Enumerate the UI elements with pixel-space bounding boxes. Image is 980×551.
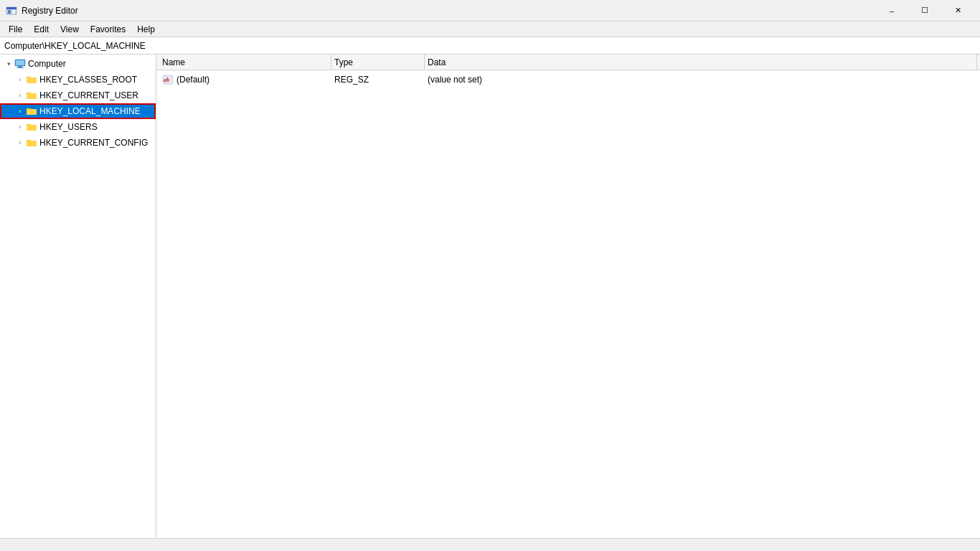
cell-name: ab (Default) — [159, 74, 331, 85]
default-data: (value not set) — [428, 75, 482, 85]
window-title: Registry Editor — [22, 6, 78, 16]
col-type-label: Type — [334, 57, 353, 67]
close-button[interactable]: ✕ — [941, 0, 974, 22]
svg-rect-10 — [27, 93, 37, 99]
svg-rect-2 — [8, 10, 11, 14]
tree-label-hklm: HKEY_LOCAL_MACHINE — [39, 106, 141, 116]
minimize-button[interactable]: – — [875, 0, 908, 22]
tree-label-hku: HKEY_USERS — [39, 122, 98, 132]
data-rows: ab (Default) REG_SZ (value not set) — [156, 70, 980, 538]
right-panel: Name Type Data ab (Default) — [156, 55, 980, 538]
expand-hklm[interactable]: › — [14, 103, 26, 119]
tree-item-hku[interactable]: › HKEY_USERS — [0, 119, 156, 135]
tree-item-computer[interactable]: ▾ Computer — [0, 56, 156, 72]
svg-rect-12 — [27, 125, 37, 131]
status-bar — [0, 538, 980, 551]
folder-icon-hkcu — [26, 90, 37, 101]
maximize-button[interactable]: ☐ — [908, 0, 941, 22]
menu-file[interactable]: File — [3, 22, 28, 37]
address-bar: Computer\HKEY_LOCAL_MACHINE — [0, 37, 980, 55]
svg-rect-4 — [12, 12, 15, 14]
default-value-icon: ab — [162, 74, 174, 85]
expand-hkcu[interactable]: › — [14, 88, 26, 103]
tree-item-hkcr[interactable]: › HKEY_CLASSES_ROOT — [0, 72, 156, 88]
window-controls: – ☐ ✕ — [875, 0, 974, 22]
computer-icon — [14, 58, 26, 70]
svg-rect-8 — [17, 67, 24, 68]
title-bar-left: Registry Editor — [6, 5, 78, 17]
expand-computer[interactable]: ▾ — [3, 56, 14, 72]
svg-rect-6 — [16, 60, 24, 65]
col-header-name[interactable]: Name — [159, 55, 331, 70]
svg-rect-11 — [27, 109, 37, 115]
col-header-type[interactable]: Type — [331, 55, 425, 70]
title-bar: Registry Editor – ☐ ✕ — [0, 0, 980, 22]
cell-type: REG_SZ — [331, 75, 425, 85]
menu-edit[interactable]: Edit — [28, 22, 55, 37]
menu-view[interactable]: View — [55, 22, 85, 37]
menu-favorites[interactable]: Favorites — [85, 22, 131, 37]
tree-label-computer: Computer — [28, 59, 66, 69]
tree-label-hkcc: HKEY_CURRENT_CONFIG — [39, 138, 148, 148]
folder-icon-hkcr — [26, 74, 37, 85]
tree-item-hkcc[interactable]: › HKEY_CURRENT_CONFIG — [0, 135, 156, 151]
menu-help[interactable]: Help — [131, 22, 161, 37]
folder-icon-hku — [26, 121, 37, 133]
expand-hkcc[interactable]: › — [14, 135, 26, 151]
svg-text:ab: ab — [164, 77, 169, 83]
col-header-data[interactable]: Data — [425, 55, 977, 70]
cell-data: (value not set) — [425, 75, 977, 85]
main-content: ▾ Computer › HKEY_CLASSES_ROOT › — [0, 55, 980, 538]
address-path: Computer\HKEY_LOCAL_MACHINE — [4, 41, 146, 51]
col-data-label: Data — [428, 57, 446, 67]
expand-hku[interactable]: › — [14, 119, 26, 135]
tree-item-hklm[interactable]: › HKEY_LOCAL_MACHINE — [0, 103, 156, 119]
svg-rect-3 — [12, 10, 15, 11]
folder-icon-hkcc — [26, 137, 37, 149]
svg-rect-13 — [27, 141, 37, 146]
expand-hkcr[interactable]: › — [14, 72, 26, 88]
svg-rect-1 — [6, 7, 17, 9]
tree-item-hkcu[interactable]: › HKEY_CURRENT_USER — [0, 88, 156, 103]
column-headers: Name Type Data — [156, 55, 980, 70]
menu-bar: File Edit View Favorites Help — [0, 22, 980, 37]
table-row[interactable]: ab (Default) REG_SZ (value not set) — [156, 72, 980, 88]
app-icon — [6, 5, 17, 17]
default-type: REG_SZ — [334, 75, 369, 85]
svg-rect-9 — [27, 77, 37, 83]
svg-rect-7 — [18, 66, 22, 67]
tree-panel[interactable]: ▾ Computer › HKEY_CLASSES_ROOT › — [0, 55, 156, 538]
folder-icon-hklm — [26, 105, 37, 117]
col-name-label: Name — [162, 57, 185, 67]
default-name: (Default) — [176, 75, 209, 85]
tree-label-hkcu: HKEY_CURRENT_USER — [39, 90, 138, 100]
tree-label-hkcr: HKEY_CLASSES_ROOT — [39, 75, 137, 85]
